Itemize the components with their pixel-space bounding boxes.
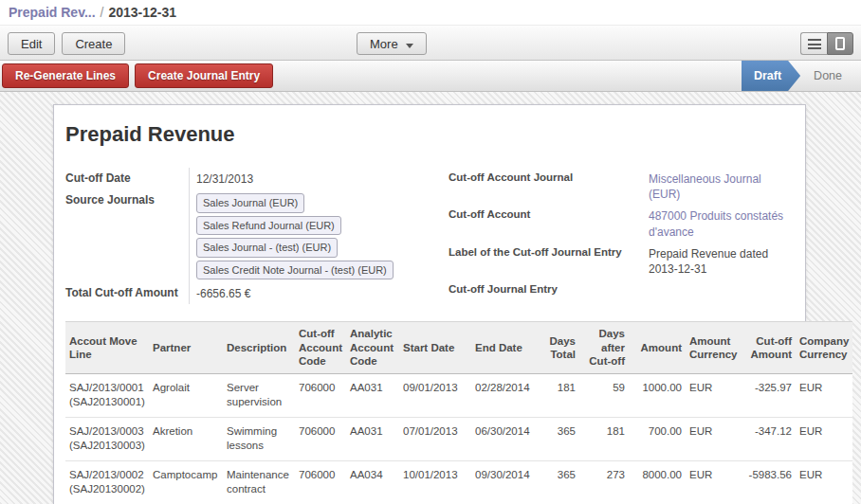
field-journal-entry-label: Label of the Cut-off Journal Entry Prepa… [449, 243, 796, 279]
column-header[interactable]: Days Total [541, 322, 579, 373]
statusbar: Re-Generate Lines Create Journal Entry D… [0, 61, 861, 92]
table-cell: 07/01/2013 [399, 417, 471, 460]
column-header[interactable]: Accout Move Line [65, 322, 149, 373]
field-label: Total Cut-off Amount [65, 282, 189, 302]
table-cell: 181 [541, 373, 579, 417]
table-row[interactable]: SAJ/2013/0001 (SAJ20130001)AgrolaitServe… [65, 373, 852, 417]
table-cell: AA034 [346, 460, 399, 504]
field-value: -6656.65 € [189, 282, 441, 304]
statusbar-actions: Re-Generate Lines Create Journal Entry [0, 61, 273, 91]
field-label: Cut-off Account Journal [449, 168, 642, 186]
column-header[interactable]: Amount Currency [686, 322, 741, 373]
toolbar: Edit Create More [0, 25, 861, 61]
field-label: Label of the Cut-off Journal Entry [449, 243, 642, 261]
journal-tag: Sales Refund Journal (EUR) [196, 216, 341, 236]
breadcrumb-parent-link[interactable]: Prepaid Rev... [9, 5, 96, 20]
regenerate-lines-button[interactable]: Re-Generate Lines [2, 63, 129, 88]
table-header-row: Accout Move LinePartnerDescriptionCut-of… [65, 322, 852, 373]
table-cell: EUR [796, 417, 852, 460]
field-label: Source Journals [65, 189, 189, 209]
column-header[interactable]: Start Date [399, 322, 471, 373]
form-group-left: Cut-off Date 12/31/2013 Source Journals … [65, 168, 441, 304]
breadcrumb-current: 2013-12-31 [108, 5, 176, 20]
table-cell: 181 [579, 417, 629, 460]
table-cell: -325.97 [741, 373, 796, 417]
status-steps: Draft Done [742, 61, 861, 91]
column-header[interactable]: Cut-off Account Code [295, 322, 346, 373]
cutoff-account-journal-link[interactable]: Miscellaneous Journal (EUR) [649, 172, 761, 201]
more-button-label: More [370, 37, 398, 51]
table-cell: 8000.00 [629, 460, 686, 504]
column-header[interactable]: Description [223, 322, 295, 373]
list-view-button[interactable] [800, 32, 827, 55]
table-cell: 59 [579, 373, 629, 417]
breadcrumb-separator: / [101, 5, 104, 20]
field-value [642, 279, 796, 286]
column-header[interactable]: Cut-off Amount [741, 322, 796, 373]
field-value: Prepaid Revenue dated 2013-12-31 [642, 243, 796, 279]
form-sheet: Prepaid Revenue Cut-off Date 12/31/2013 … [53, 104, 806, 504]
table-cell: 365 [541, 417, 579, 460]
cutoff-account-link[interactable]: 487000 Produits constatés d'avance [649, 209, 783, 238]
field-label: Cut-off Date [65, 168, 189, 188]
field-cutoff-date: Cut-off Date 12/31/2013 [65, 168, 441, 189]
table-cell: Camptocamp [149, 460, 223, 504]
table-cell: SAJ/2013/0002 (SAJ20130002) [65, 460, 149, 504]
table-cell: 06/30/2014 [471, 417, 541, 460]
breadcrumb: Prepaid Rev... / 2013-12-31 [0, 0, 861, 25]
table-cell: 10/01/2013 [399, 460, 471, 504]
journal-tag: Sales Credit Note Journal - (test) (EUR) [196, 261, 394, 280]
table-cell: AA031 [346, 417, 399, 460]
more-button[interactable]: More [357, 32, 427, 55]
table-cell: 365 [541, 460, 579, 504]
table-cell: -347.12 [741, 417, 796, 460]
table-cell: Server supervision [223, 373, 295, 417]
field-cutoff-account-journal: Cut-off Account Journal Miscellaneous Jo… [449, 168, 796, 205]
field-cutoff-account: Cut-off Account 487000 Produits constaté… [449, 205, 796, 242]
cutoff-lines-table: Accout Move LinePartnerDescriptionCut-of… [65, 321, 852, 504]
field-label: Cut-off Account [449, 205, 642, 223]
table-cell: AA031 [346, 373, 399, 417]
source-journal-tags: Sales Journal (EUR) Sales Refund Journal… [196, 193, 441, 279]
create-button[interactable]: Create [62, 32, 125, 55]
table-cell: 706000 [295, 460, 346, 504]
toolbar-left-group: Edit Create [8, 32, 125, 55]
column-header[interactable]: Partner [149, 322, 223, 373]
table-cell: SAJ/2013/0003 (SAJ20130003) [65, 417, 149, 460]
field-source-journals: Source Journals Sales Journal (EUR) Sale… [65, 189, 441, 282]
form-fields: Cut-off Date 12/31/2013 Source Journals … [65, 168, 796, 304]
table-cell: 706000 [295, 417, 346, 460]
table-cell: Maintenance contract [223, 460, 295, 504]
column-header[interactable]: Days after Cut-off [579, 322, 629, 373]
column-header[interactable]: Company Currency [796, 322, 852, 373]
form-icon [835, 37, 845, 50]
column-header[interactable]: End Date [471, 322, 541, 373]
table-row[interactable]: SAJ/2013/0003 (SAJ20130003)AkretionSwimm… [65, 417, 852, 460]
form-group-right: Cut-off Account Journal Miscellaneous Jo… [449, 168, 796, 304]
table-cell: 09/30/2014 [471, 460, 541, 504]
edit-button[interactable]: Edit [8, 32, 55, 55]
cutoff-lines-table-wrap: Accout Move LinePartnerDescriptionCut-of… [65, 321, 852, 504]
table-cell: 706000 [295, 373, 346, 417]
column-header[interactable]: Amount [629, 322, 686, 373]
form-view-button[interactable] [827, 32, 853, 55]
caret-down-icon [406, 44, 413, 48]
status-step-draft: Draft [742, 61, 800, 91]
table-cell: 1000.00 [629, 373, 686, 417]
field-label: Cut-off Journal Entry [449, 279, 642, 297]
create-journal-entry-button[interactable]: Create Journal Entry [135, 63, 273, 88]
table-cell: 273 [579, 460, 629, 504]
table-cell: 02/28/2014 [471, 373, 541, 417]
status-step-done: Done [804, 61, 852, 91]
table-cell: EUR [796, 460, 852, 504]
journal-tag: Sales Journal - (test) (EUR) [196, 238, 338, 258]
table-cell: 700.00 [629, 417, 686, 460]
table-cell: Akretion [149, 417, 223, 460]
form-background: Prepaid Revenue Cut-off Date 12/31/2013 … [0, 92, 861, 504]
table-cell: -5983.56 [741, 460, 796, 504]
table-cell: Swimming lessons [223, 417, 295, 460]
page-title: Prepaid Revenue [65, 122, 796, 147]
more-dropdown-wrap: More [357, 32, 427, 55]
column-header[interactable]: Analytic Account Code [346, 322, 399, 373]
table-row[interactable]: SAJ/2013/0002 (SAJ20130002)CamptocampMai… [65, 460, 852, 504]
